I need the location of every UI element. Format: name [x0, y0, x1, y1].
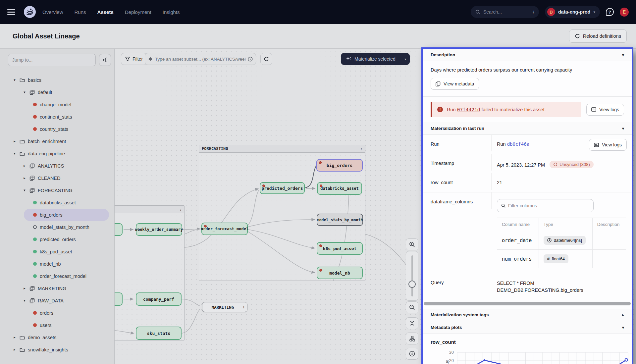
tree-item[interactable]: snowflake_insights — [0, 343, 114, 356]
dagster-logo-icon[interactable] — [23, 5, 36, 19]
tree-item[interactable]: orders — [0, 307, 114, 319]
tree-item[interactable]: predicted_orders — [0, 233, 114, 245]
zoom-out-button[interactable] — [406, 301, 418, 313]
metadata-plots-section-header[interactable]: Metadata plots — [423, 321, 632, 334]
user-avatar[interactable]: E — [620, 8, 629, 17]
unsynced-badge[interactable]: Unsynced (308) — [550, 161, 594, 168]
tree-item[interactable]: demo_assets — [0, 331, 114, 343]
filter-button[interactable]: Filter — [121, 53, 147, 65]
asset-node[interactable]: model_stats_by_month ↕ — [317, 214, 363, 226]
tree-item[interactable]: continent_stats — [0, 111, 114, 123]
folder-icon — [20, 139, 25, 144]
tree-item[interactable]: MARKETING — [0, 282, 114, 294]
nav-link[interactable]: Overview — [42, 9, 63, 15]
jump-to-input[interactable] — [8, 54, 96, 66]
caret-icon[interactable] — [13, 78, 17, 82]
nav-link[interactable]: Deployment — [125, 9, 151, 15]
zoom-slider[interactable] — [406, 251, 418, 301]
materialize-options-dropdown[interactable]: ▾ — [401, 53, 410, 65]
caret-icon[interactable] — [13, 347, 17, 352]
collapse-sidebar-button[interactable] — [99, 54, 111, 66]
expand-group-icon[interactable]: ↕ — [242, 305, 245, 309]
failed-run-link[interactable]: 07f4421d — [457, 107, 480, 112]
caret-icon[interactable] — [23, 164, 26, 168]
caret-icon[interactable] — [13, 139, 17, 143]
tree-item[interactable]: model_stats_by_month — [0, 221, 114, 233]
asset-node[interactable]: ↕ — [115, 292, 123, 306]
asset-node[interactable]: model_nb ↕ — [317, 267, 363, 279]
asset-node[interactable]: order_forecast_model ↕ — [201, 223, 248, 235]
tree-item[interactable]: ANALYTICS — [0, 160, 114, 172]
tree-item[interactable]: default — [0, 86, 114, 98]
caret-icon[interactable] — [13, 151, 17, 156]
caret-icon[interactable] — [13, 335, 17, 339]
refresh-graph-button[interactable] — [260, 53, 272, 65]
asset-node-label: sku_stats — [147, 331, 170, 336]
graph-layout-button[interactable] — [406, 333, 418, 344]
tree-item[interactable]: users — [0, 319, 114, 331]
tree-item-label: big_orders — [40, 212, 63, 218]
tree-item-label: country_stats — [40, 127, 68, 132]
query-row: Query SELECT * FROM DEMO_DB2.FORECASTING… — [423, 273, 632, 298]
materialization-section-header[interactable]: Materialization in last run — [423, 122, 632, 135]
search-input[interactable]: Search... / — [471, 6, 539, 18]
caret-icon[interactable] — [23, 188, 26, 192]
download-graph-button[interactable] — [406, 348, 418, 360]
asset-node[interactable]: company_perf ↕ — [136, 292, 182, 306]
zoom-in-button[interactable] — [406, 238, 418, 250]
asset-node[interactable]: big_orders ↕ — [316, 159, 363, 172]
tree-item-label: users — [40, 323, 51, 328]
tree-item[interactable]: FORECASTING — [0, 184, 114, 196]
stale-indicator-dot — [262, 184, 265, 187]
tree-item[interactable]: data-eng-pipeline — [0, 147, 114, 160]
asset-node-label: big_orders — [327, 163, 352, 168]
nav-link[interactable]: Runs — [75, 9, 86, 15]
asset-node[interactable]: databricks_asset ↕ — [317, 182, 362, 195]
tree-item[interactable]: k8s_pod_asset — [0, 245, 114, 258]
zoom-slider-handle[interactable] — [408, 281, 416, 288]
menu-icon[interactable] — [7, 9, 15, 15]
asset-node[interactable]: predicted_orders ↕ — [260, 182, 305, 194]
filter-columns-input[interactable] — [508, 203, 589, 208]
collapse-all-groups-button[interactable] — [406, 317, 418, 329]
horizontal-scrollbar[interactable] — [424, 302, 631, 305]
caret-icon[interactable] — [23, 286, 26, 290]
stale-indicator-dot — [204, 225, 207, 228]
help-icon[interactable]: ? — [606, 8, 614, 16]
caret-icon[interactable] — [23, 298, 26, 303]
asset-node[interactable]: k8s_pod_asset ↕ — [317, 242, 363, 255]
info-icon[interactable] — [248, 57, 253, 62]
reload-definitions-button[interactable]: Reload definitions — [569, 29, 627, 43]
tree-item[interactable]: big_orders — [24, 209, 109, 221]
chevron-down-icon — [622, 325, 624, 330]
system-tags-section-header[interactable]: Materialization system tags — [423, 309, 632, 321]
tree-item[interactable]: CLEANED — [0, 172, 114, 184]
collapse-all-icon — [409, 321, 415, 326]
view-logs-button[interactable]: View logs — [586, 104, 624, 116]
run-id-link[interactable]: db0cf46a — [507, 141, 529, 147]
asset-node[interactable]: MARKETING ↕ — [202, 302, 247, 312]
deployment-switcher[interactable]: D data-eng-prod ▾ — [545, 6, 600, 18]
tree-item[interactable]: basics — [0, 74, 114, 86]
tree-item[interactable]: RAW_DATA — [0, 294, 114, 307]
caret-icon[interactable] — [23, 176, 26, 180]
asset-node[interactable]: weekly_order_summary ↕ — [136, 223, 182, 236]
tree-item[interactable]: model_nb — [0, 258, 114, 270]
tree-item[interactable]: order_forecast_model — [0, 270, 114, 282]
tree-item-label: ANALYTICS — [38, 163, 64, 169]
caret-icon[interactable] — [23, 90, 26, 94]
asset-subset-input[interactable] — [155, 57, 245, 62]
asset-node[interactable]: ↕ — [115, 223, 123, 236]
nav-link[interactable]: Assets — [97, 9, 114, 15]
nav-link[interactable]: Insights — [163, 9, 180, 15]
view-metadata-button[interactable]: View metadata — [431, 78, 479, 90]
tree-item[interactable]: databricks_asset — [0, 196, 114, 209]
failed-run-alert: ! Run 07f4421d failed to materialize thi… — [431, 102, 581, 117]
tree-item[interactable]: change_model — [0, 98, 114, 111]
view-logs-button[interactable]: View logs — [589, 139, 627, 151]
tree-item[interactable]: country_stats — [0, 123, 114, 135]
search-icon — [501, 203, 505, 208]
materialize-selected-button[interactable]: Materialize selected ▾ — [341, 53, 410, 65]
tree-item[interactable]: batch_enrichment — [0, 135, 114, 147]
asset-node[interactable]: sku_stats ↕ — [136, 327, 182, 340]
